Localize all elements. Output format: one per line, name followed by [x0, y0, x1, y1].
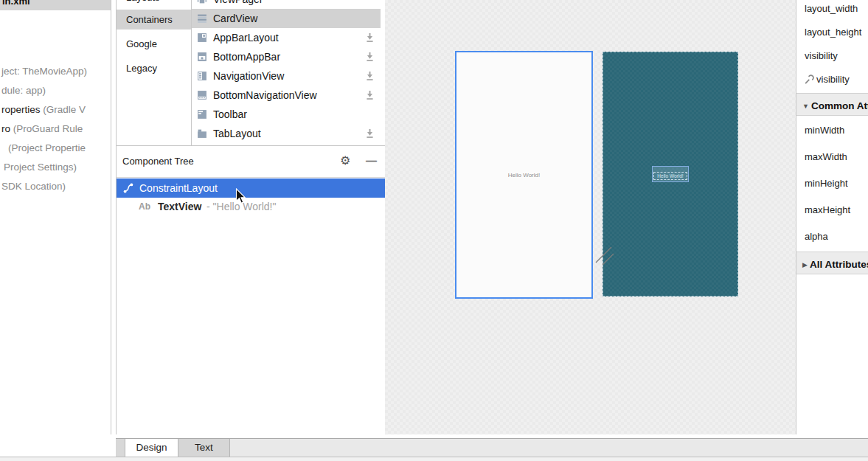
tablayout-icon: [197, 128, 207, 139]
common-attributes-section[interactable]: ▼Common Attributes: [796, 93, 868, 116]
download-icon[interactable]: [365, 32, 375, 43]
project-tree-item[interactable]: ro (ProGuard Rule: [0, 119, 111, 139]
palette-item-tablayout[interactable]: TabLayout: [192, 124, 381, 143]
download-icon[interactable]: [365, 52, 375, 62]
palette-item-navigationview[interactable]: NavigationView: [192, 66, 381, 86]
attr-minwidth: minWidth: [796, 117, 868, 144]
palette-category-google[interactable]: Google: [117, 34, 191, 54]
project-tree-item[interactable]: ject: TheMovieApp): [0, 62, 111, 81]
palette-item-appbarlayout[interactable]: AppBarLayout: [192, 28, 381, 47]
tab-strip-notch: [116, 439, 125, 457]
attr-layout-height: layout_height: [796, 21, 868, 44]
all-attributes-section[interactable]: ▶All Attributes: [796, 252, 868, 274]
download-icon[interactable]: [365, 90, 375, 100]
minimize-icon[interactable]: —: [366, 154, 377, 167]
canvas-resize-handle-icon[interactable]: [593, 246, 618, 266]
palette-item-viewpager[interactable]: ViewPager: [192, 0, 381, 9]
appbarlayout-icon: [197, 32, 207, 43]
palette-item-toolbar[interactable]: Toolbar: [192, 105, 381, 124]
viewpager-icon: [197, 0, 207, 4]
tree-item-label: TextView: [158, 198, 201, 216]
palette-component-list: ViewPager CardView AppBarLayout: [192, 0, 385, 145]
attr-layout-width: layout_width: [796, 0, 868, 21]
palette-item-bottomappbar[interactable]: BottomAppBar: [192, 47, 381, 66]
palette-category-legacy[interactable]: Legacy: [117, 58, 191, 78]
tree-item-label: ConstraintLayout: [139, 178, 218, 198]
attr-maxheight: maxHeight: [796, 197, 868, 223]
design-surface[interactable]: Hello World! Hello World!: [385, 0, 796, 434]
project-tree-selected-file[interactable]: in.xml: [0, 0, 111, 10]
bottomnavigationview-icon: [197, 90, 207, 100]
collapse-triangle-icon: ▼: [802, 103, 809, 110]
component-tree-title: Component Tree: [122, 146, 194, 177]
project-tree-item[interactable]: roperties (Gradle V: [0, 100, 111, 119]
project-file-label: in.xml: [2, 0, 30, 7]
tab-text[interactable]: Text: [178, 439, 230, 457]
project-tree-panel: in.xml ject: TheMovieApp) dule: app) rop…: [0, 0, 111, 438]
download-icon[interactable]: [365, 71, 375, 81]
attr-visibility: visibility: [796, 44, 868, 68]
cardview-icon: [197, 13, 207, 24]
editor-tab-strip: Design Text: [116, 438, 868, 457]
project-tree-item[interactable]: dule: app): [0, 81, 111, 100]
blueprint-selected-textview[interactable]: Hello World!: [652, 166, 688, 182]
attr-alpha: alpha: [796, 223, 868, 250]
attributes-panel: layout_width layout_height visibility vi…: [796, 0, 868, 434]
palette: Layouts Containers Google Legacy ViewPag…: [117, 0, 385, 146]
palette-category-containers[interactable]: Containers: [117, 10, 191, 30]
expand-triangle-icon: ▶: [802, 261, 808, 268]
toolbar-icon: [197, 109, 207, 119]
blueprint-preview[interactable]: Hello World!: [603, 52, 738, 297]
attr-minheight: minHeight: [796, 170, 868, 197]
design-hello-world-textview[interactable]: Hello World!: [508, 172, 540, 178]
android-studio-layout-editor: in.xml ject: TheMovieApp) dule: app) rop…: [0, 0, 868, 461]
constraintlayout-icon: [122, 182, 134, 194]
design-preview[interactable]: Hello World!: [455, 51, 593, 299]
gear-icon[interactable]: ⚙: [340, 155, 350, 167]
status-strip: [0, 457, 868, 461]
palette-categories: Layouts Containers Google Legacy: [117, 0, 192, 145]
tab-design[interactable]: Design: [125, 439, 178, 457]
component-tree-header: Component Tree ⚙ —: [117, 146, 385, 178]
palette-item-bottomnavigationview[interactable]: BottomNavigationView: [192, 86, 381, 105]
project-tree-item[interactable]: (Project Propertie: [0, 139, 111, 158]
download-icon[interactable]: [365, 128, 375, 139]
palette-and-tree-panel: Layouts Containers Google Legacy ViewPag…: [116, 0, 386, 434]
textview-ab-icon: Ab: [139, 198, 150, 216]
wrench-icon: [804, 74, 814, 85]
project-tree-item[interactable]: SDK Location): [0, 177, 111, 196]
palette-item-cardview[interactable]: CardView: [192, 9, 381, 28]
palette-category-layouts[interactable]: Layouts: [117, 0, 191, 7]
attr-maxwidth: maxWidth: [796, 144, 868, 170]
mouse-cursor-icon: [235, 188, 246, 204]
attr-tools-visibility: visibility: [796, 68, 868, 91]
navigationview-icon: [197, 71, 207, 81]
project-tree-item[interactable]: Project Settings): [0, 158, 111, 177]
bottomappbar-icon: [197, 52, 207, 62]
tree-item-textview[interactable]: Ab TextView - "Hello World!": [117, 198, 385, 216]
tree-item-constraintlayout[interactable]: ConstraintLayout: [117, 178, 385, 198]
